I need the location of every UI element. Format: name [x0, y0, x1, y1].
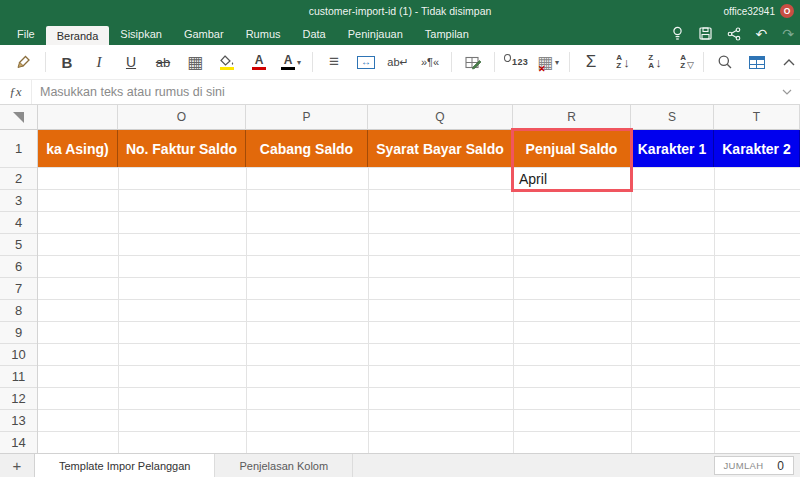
collapse-ribbon-button[interactable]: [777, 48, 800, 76]
row-header-6[interactable]: 6: [0, 256, 37, 278]
delete-cells-button[interactable]: ▦ ✕ ▾: [536, 48, 560, 76]
cell-o1[interactable]: No. Faktur Saldo: [118, 130, 246, 167]
sort-descending-button[interactable]: ZA↓: [643, 48, 667, 76]
account-area[interactable]: office32941 O: [723, 0, 794, 22]
row-header-8[interactable]: 8: [0, 300, 37, 322]
sheet-tab-template-impor-pelanggan[interactable]: Template Impor Pelanggan: [34, 454, 215, 477]
return-arrow-icon: ↵: [400, 56, 409, 69]
fx-button[interactable]: ƒx: [0, 80, 32, 104]
row-header-5[interactable]: 5: [0, 234, 37, 256]
select-all-corner[interactable]: [0, 105, 38, 130]
column-header-s[interactable]: S: [631, 105, 714, 130]
divider: [312, 52, 313, 72]
account-name: office32941: [723, 6, 775, 17]
divider: [703, 52, 704, 72]
toolbar: B I U ab ▦ A A ▾ ≡ ↔ ab↵ »¶«: [0, 45, 800, 80]
share-icon[interactable]: [727, 27, 741, 41]
tab-tampilan[interactable]: Tampilan: [414, 22, 480, 45]
column-header-n[interactable]: [38, 105, 118, 130]
filter-funnel-icon: ▽: [687, 60, 694, 70]
redo-icon[interactable]: ↷: [782, 27, 794, 41]
tab-file[interactable]: File: [6, 22, 46, 45]
italic-button[interactable]: I: [87, 48, 111, 76]
tab-data[interactable]: Data: [292, 22, 337, 45]
format-painter-icon[interactable]: [12, 48, 36, 76]
quick-actions: ↶ ↷: [671, 22, 800, 45]
fill-color-button[interactable]: [215, 48, 239, 76]
sheet-tab-bar: + Template Impor Pelanggan Penjelasan Ko…: [0, 453, 800, 477]
row-header-10[interactable]: 10: [0, 344, 37, 366]
bold-button[interactable]: B: [55, 48, 79, 76]
fill-color-swatch: [220, 67, 234, 70]
row-header-14[interactable]: 14: [0, 432, 37, 453]
sort-ascending-button[interactable]: AZ↓: [611, 48, 635, 76]
column-header-p[interactable]: P: [246, 105, 368, 130]
tab-beranda[interactable]: Beranda: [46, 26, 110, 45]
lightbulb-icon[interactable]: [671, 26, 684, 41]
title-bar: customer-import-id (1) - Tidak disimpan …: [0, 0, 800, 22]
chevron-down-icon: ▾: [555, 58, 559, 67]
down-arrow-icon: ↓: [623, 55, 630, 70]
merge-cells-button[interactable]: ↔: [354, 48, 378, 76]
column-header-o[interactable]: O: [118, 105, 246, 130]
formula-input[interactable]: [32, 85, 774, 99]
wrap-text-button[interactable]: ab↵: [386, 48, 410, 76]
down-arrow-icon: ↓: [655, 55, 662, 70]
font-color-auto-button[interactable]: A ▾: [279, 48, 303, 76]
row-header-4[interactable]: 4: [0, 212, 37, 234]
column-header-r[interactable]: R: [513, 105, 631, 130]
red-x-icon: ✕: [538, 65, 546, 74]
column-headers: O P Q R S T: [38, 105, 800, 130]
row-header-3[interactable]: 3: [0, 190, 37, 212]
add-sheet-button[interactable]: +: [0, 454, 34, 477]
text-direction-button[interactable]: »¶«: [418, 48, 442, 76]
cell-p1[interactable]: Cabang Saldo: [246, 130, 368, 167]
excel-app: customer-import-id (1) - Tidak disimpan …: [0, 0, 800, 477]
formula-bar-expand-icon[interactable]: [774, 89, 800, 95]
tab-gambar[interactable]: Gambar: [173, 22, 235, 45]
ribbon-tab-bar: File Beranda Sisipkan Gambar Rumus Data …: [0, 22, 800, 45]
avatar[interactable]: O: [780, 4, 794, 18]
tab-sisipkan[interactable]: Sisipkan: [109, 22, 173, 45]
number-format-button[interactable]: 123: [504, 48, 528, 76]
sheet-tab-penjelasan-kolom[interactable]: Penjelasan Kolom: [215, 454, 353, 477]
font-color-button[interactable]: A: [247, 48, 271, 76]
tab-rumus[interactable]: Rumus: [235, 22, 292, 45]
underline-button[interactable]: U: [119, 48, 143, 76]
cell-n1[interactable]: ka Asing): [38, 130, 118, 167]
cell-t1[interactable]: Karakter 2: [714, 130, 800, 167]
column-header-t[interactable]: T: [714, 105, 800, 130]
row-header-1[interactable]: 1: [0, 130, 37, 168]
row-header-7[interactable]: 7: [0, 278, 37, 300]
spreadsheet-grid: O P Q R S T 1 2 3 4 5 6 7 8 9 10 11 12 1…: [0, 105, 800, 453]
row-header-12[interactable]: 12: [0, 388, 37, 410]
cell-r2-active[interactable]: April: [513, 168, 631, 190]
table-icon: [749, 56, 765, 69]
header-row: ka Asing) No. Faktur Saldo Cabang Saldo …: [38, 130, 800, 168]
align-button[interactable]: ≡: [322, 48, 346, 76]
save-icon[interactable]: [699, 27, 712, 40]
sort-filter-button[interactable]: AZ▽: [675, 48, 699, 76]
row-header-13[interactable]: 13: [0, 410, 37, 432]
insert-table-button[interactable]: [745, 48, 769, 76]
row-header-11[interactable]: 11: [0, 366, 37, 388]
cell-s1[interactable]: Karakter 1: [631, 130, 714, 167]
strikethrough-button[interactable]: ab: [151, 48, 175, 76]
cell-q1[interactable]: Syarat Bayar Saldo: [368, 130, 513, 167]
autosum-button[interactable]: Σ: [579, 48, 603, 76]
cell-r1[interactable]: Penjual Saldo: [513, 130, 631, 167]
tab-peninjauan[interactable]: Peninjauan: [337, 22, 414, 45]
edit-cell-button[interactable]: [461, 48, 485, 76]
column-header-q[interactable]: Q: [368, 105, 513, 130]
search-icon[interactable]: [713, 48, 737, 76]
formula-bar: ƒx: [0, 80, 800, 105]
row-header-9[interactable]: 9: [0, 322, 37, 344]
empty-cells[interactable]: [38, 168, 800, 453]
select-all-triangle-icon: [13, 112, 24, 123]
undo-icon[interactable]: ↶: [756, 27, 768, 41]
document-title: customer-import-id (1) - Tidak disimpan: [0, 0, 800, 22]
status-aggregate[interactable]: JUMLAH 0: [714, 456, 795, 475]
chevron-down-icon: ▾: [297, 58, 301, 67]
borders-button[interactable]: ▦: [183, 48, 207, 76]
row-header-2[interactable]: 2: [0, 168, 37, 190]
